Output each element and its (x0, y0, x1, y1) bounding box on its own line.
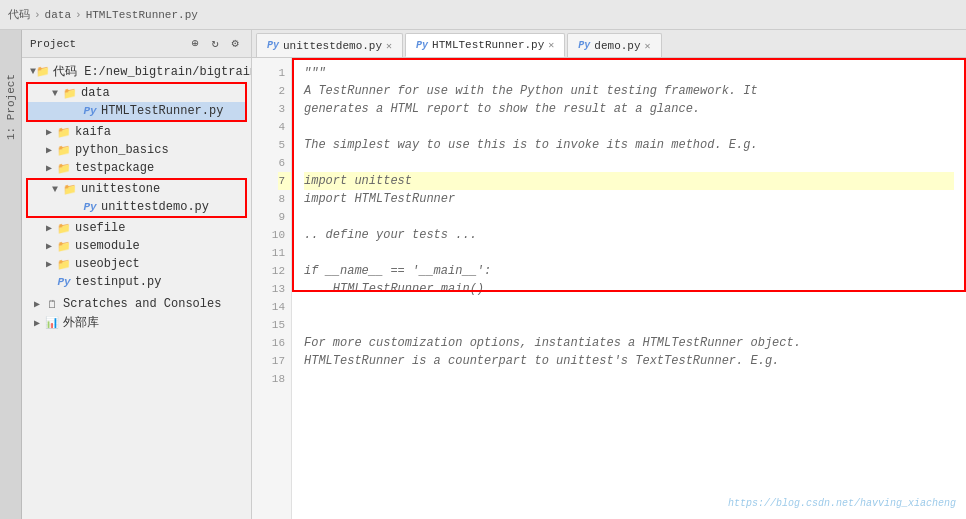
line-num-13: 13 (272, 280, 291, 298)
line-num-17: 17 (272, 352, 291, 370)
tab-icon-demo: Py (578, 40, 590, 51)
vertical-tab: 1: Project (0, 30, 22, 519)
folder-icon: 📁 (36, 64, 50, 80)
tree-item-unittestone[interactable]: ▼ 📁 unittestone (28, 180, 245, 198)
tree-item-scratches[interactable]: ▶ 🗒 Scratches and Consoles (22, 295, 251, 313)
tab-demo[interactable]: Py demo.py ✕ (567, 33, 661, 57)
tree-root[interactable]: ▼ 📁 代码 E:/new_bigtrain/bigtrain (22, 62, 251, 81)
app-container: 代码 › data › HTMLTestRunner.py 1: Project… (0, 0, 966, 519)
code-line-13: HTMLTestRunner.main() (304, 280, 954, 298)
usefile-folder-icon: 📁 (56, 220, 72, 236)
testinput-label: testinput.py (75, 275, 161, 289)
code-line-11 (304, 244, 954, 262)
line-num-16: 16 (272, 334, 291, 352)
tab-label-unittestdemo: unittestdemo.py (283, 40, 382, 52)
tab-close-htmltestrunner[interactable]: ✕ (548, 39, 554, 51)
tree-item-usefile[interactable]: ▶ 📁 usefile (22, 219, 251, 237)
arrow-testpackage: ▶ (42, 162, 56, 174)
code-line-9 (304, 208, 954, 226)
tree-item-data[interactable]: ▼ 📁 data (28, 84, 245, 102)
code-line-17: HTMLTestRunner is a counterpart to unitt… (304, 352, 954, 370)
line-num-10: 10 (272, 226, 291, 244)
code-line-15 (304, 316, 954, 334)
py-icon-testinput: Py (56, 274, 72, 290)
editor-area: Py unittestdemo.py ✕ Py HTMLTestRunner.p… (252, 30, 966, 519)
arrow-kaifa: ▶ (42, 126, 56, 138)
code-content[interactable]: """ A TestRunner for use with the Python… (292, 58, 966, 394)
kaifa-label: kaifa (75, 125, 111, 139)
tree-item-kaifa[interactable]: ▶ 📁 kaifa (22, 123, 251, 141)
sidebar-tree: ▼ 📁 代码 E:/new_bigtrain/bigtrain ▼ 📁 data… (22, 58, 251, 519)
line-num-2: 2 (278, 82, 291, 100)
data-label: data (81, 86, 110, 100)
scratches-label: Scratches and Consoles (63, 297, 221, 311)
main-layout: 1: Project Project ⊕ ↻ ⚙ ▼ 📁 代码 E:/new_b… (0, 30, 966, 519)
breadcrumb-item-1: 代码 (8, 7, 30, 22)
sidebar-header: Project ⊕ ↻ ⚙ (22, 30, 251, 58)
code-line-1: """ (304, 64, 954, 82)
unittestdemo-label: unittestdemo.py (101, 200, 209, 214)
line-num-14: 14 (272, 298, 291, 316)
usemodule-folder-icon: 📁 (56, 238, 72, 254)
line-num-15: 15 (272, 316, 291, 334)
code-line-12: if __name__ == '__main__': (304, 262, 954, 280)
python-basics-label: python_basics (75, 143, 169, 157)
tab-bar: Py unittestdemo.py ✕ Py HTMLTestRunner.p… (252, 30, 966, 58)
code-line-8: import HTMLTestRunner (304, 190, 954, 208)
tree-item-htmltestrunner[interactable]: Py HTMLTestRunner.py (28, 102, 245, 120)
arrow-usemodule: ▶ (42, 240, 56, 252)
line-num-18: 18 (272, 370, 291, 388)
usefile-label: usefile (75, 221, 125, 235)
line-num-9: 9 (278, 208, 291, 226)
arrow-python-basics: ▶ (42, 144, 56, 156)
tab-unittestdemo[interactable]: Py unittestdemo.py ✕ (256, 33, 403, 57)
code-line-4 (304, 118, 954, 136)
arrow-useobject: ▶ (42, 258, 56, 270)
tree-item-external[interactable]: ▶ 📊 外部库 (22, 313, 251, 332)
py-icon-unittestdemo: Py (82, 199, 98, 215)
tab-close-unittestdemo[interactable]: ✕ (386, 40, 392, 52)
line-numbers: 1 2 3 4 5 6 7 8 9 10 11 12 13 14 15 16 1 (252, 58, 292, 519)
sidebar-title: Project (30, 38, 76, 50)
external-label: 外部库 (63, 314, 99, 331)
tab-icon-unittestdemo: Py (267, 40, 279, 51)
tree-item-useobject[interactable]: ▶ 📁 useobject (22, 255, 251, 273)
tree-item-python-basics[interactable]: ▶ 📁 python_basics (22, 141, 251, 159)
arrow-scratches: ▶ (30, 298, 44, 310)
scratches-icon: 🗒 (44, 296, 60, 312)
tree-item-unittestdemo[interactable]: Py unittestdemo.py (28, 198, 245, 216)
sidebar-add-btn[interactable]: ⊕ (187, 36, 203, 52)
line-num-11: 11 (272, 244, 291, 262)
tab-htmltestrunner[interactable]: Py HTMLTestRunner.py ✕ (405, 33, 565, 57)
testpackage-label: testpackage (75, 161, 154, 175)
breadcrumb-item-2: data (45, 9, 71, 21)
sidebar: Project ⊕ ↻ ⚙ ▼ 📁 代码 E:/new_bigtrain/big… (22, 30, 252, 519)
unittestone-folder-icon: 📁 (62, 181, 78, 197)
code-line-5: The simplest way to use this is to invok… (304, 136, 954, 154)
code-line-6 (304, 154, 954, 172)
tree-item-testpackage[interactable]: ▶ 📁 testpackage (22, 159, 251, 177)
line-num-8: 8 (278, 190, 291, 208)
py-icon-htmltestrunner: Py (82, 103, 98, 119)
line-num-7: 7 (278, 172, 291, 190)
watermark: https://blog.csdn.net/havving_xiacheng (728, 498, 956, 509)
chart-icon: 📊 (44, 315, 60, 331)
code-editor[interactable]: 1 2 3 4 5 6 7 8 9 10 11 12 13 14 15 16 1 (252, 58, 966, 519)
breadcrumb-sep-2: › (75, 9, 82, 21)
useobject-label: useobject (75, 257, 140, 271)
line-num-6: 6 (278, 154, 291, 172)
tree-item-testinput[interactable]: Py testinput.py (22, 273, 251, 291)
line-num-3: 3 (278, 100, 291, 118)
arrow-unittestone: ▼ (48, 184, 62, 195)
arrow-external: ▶ (30, 317, 44, 329)
sidebar-sync-btn[interactable]: ↻ (207, 36, 223, 52)
code-line-3: generates a HTML report to show the resu… (304, 100, 954, 118)
line-num-1: 1 (278, 64, 291, 82)
breadcrumb-item-3: HTMLTestRunner.py (86, 9, 198, 21)
tree-item-usemodule[interactable]: ▶ 📁 usemodule (22, 237, 251, 255)
vertical-tab-label[interactable]: 1: Project (3, 70, 19, 144)
top-bar: 代码 › data › HTMLTestRunner.py (0, 0, 966, 30)
tab-close-demo[interactable]: ✕ (645, 40, 651, 52)
sidebar-settings-btn[interactable]: ⚙ (227, 36, 243, 52)
breadcrumb: 代码 › data › HTMLTestRunner.py (8, 7, 198, 22)
